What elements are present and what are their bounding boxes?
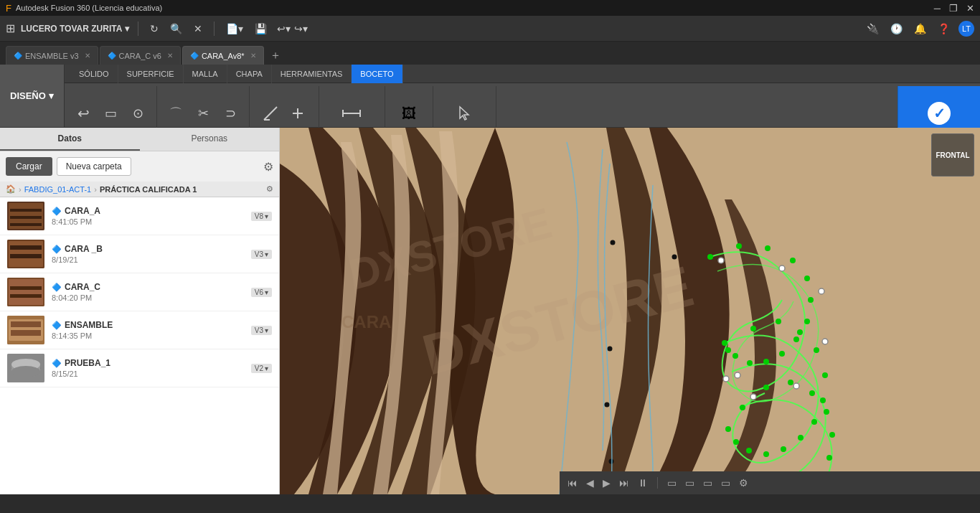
playback-start-button[interactable]: ⏮ bbox=[565, 476, 580, 490]
design-label: DISEÑO bbox=[10, 90, 46, 101]
file-item-cara-a[interactable]: 🔷 CARA_A 8:41:05 PM V8 ▾ bbox=[0, 197, 279, 235]
undo-button[interactable]: ↩▾ bbox=[275, 22, 292, 36]
svg-point-73 bbox=[750, 394, 756, 400]
close-button[interactable]: ✕ bbox=[966, 3, 974, 14]
user-menu[interactable]: LUCERO TOVAR ZURITA ▾ bbox=[21, 24, 129, 34]
cat-boceto-label: BOCETO bbox=[360, 70, 393, 78]
file-name-ensamble: 🔷 ENSAMBLE bbox=[52, 320, 244, 330]
svg-point-71 bbox=[822, 339, 828, 344]
tool-constraint1[interactable] bbox=[258, 96, 283, 131]
breadcrumb-fabdig[interactable]: FABDIG_01-ACT-1 bbox=[24, 185, 92, 194]
timeline-icon-4[interactable]: ▭ bbox=[719, 476, 732, 490]
tool-rect[interactable]: ▭ bbox=[98, 96, 123, 131]
tool-constraint2[interactable] bbox=[285, 96, 311, 131]
cat-chapa[interactable]: CHAPA bbox=[227, 65, 272, 83]
breadcrumb-home[interactable]: 🏠 bbox=[6, 184, 16, 194]
tool-measure[interactable] bbox=[337, 96, 366, 131]
save-button[interactable]: 💾 bbox=[252, 22, 270, 36]
file-thumb-ensamble bbox=[7, 316, 44, 344]
cat-solido[interactable]: SÓLIDO bbox=[70, 65, 118, 83]
timeline-icon-3[interactable]: ▭ bbox=[701, 476, 715, 490]
file-item-prueba-1[interactable]: 🔷 PRUEBA_1 8/15/21 V2 ▾ bbox=[0, 349, 279, 387]
svg-point-34 bbox=[765, 245, 771, 251]
svg-rect-18 bbox=[9, 279, 43, 305]
minimize-button[interactable]: ─ bbox=[934, 3, 941, 14]
tab-ensamble[interactable]: 🔷 ENSAMBLE v3 ✕ bbox=[6, 46, 98, 65]
user-account-button[interactable]: LT bbox=[958, 21, 974, 37]
component-icon-ensamble: 🔷 bbox=[52, 321, 62, 330]
tab-cara-c[interactable]: 🔷 CARA_C v6 ✕ bbox=[100, 46, 181, 65]
svg-point-74 bbox=[723, 376, 729, 382]
file-version-prueba-1[interactable]: V2 ▾ bbox=[251, 364, 272, 373]
svg-point-63 bbox=[824, 409, 829, 415]
file-version-cara-b[interactable]: V3 ▾ bbox=[251, 250, 272, 259]
cat-superficie[interactable]: SUPERFICIE bbox=[118, 65, 184, 83]
file-new-button[interactable]: 📄▾ bbox=[223, 22, 246, 36]
tool-scissors[interactable]: ✂ bbox=[190, 96, 216, 131]
bottombar: ⏮ ◀ ▶ ⏭ ⏸ ▭ ▭ ▭ ▭ ⚙ bbox=[560, 471, 980, 494]
file-item-cara-c[interactable]: 🔷 CARA_C 8:04:20 PM V6 ▾ bbox=[0, 273, 279, 311]
timeline-settings-icon[interactable]: ⚙ bbox=[737, 476, 750, 490]
tab-cara-c-icon: 🔷 bbox=[108, 52, 116, 60]
cat-boceto[interactable]: BOCETO bbox=[352, 65, 402, 83]
file-date-prueba-1: 8/15/21 bbox=[52, 370, 244, 378]
notifications-button[interactable]: 🔔 bbox=[911, 22, 929, 36]
redo-button[interactable]: ↪▾ bbox=[293, 22, 309, 36]
tab-cara-a-close[interactable]: ✕ bbox=[250, 52, 256, 60]
svg-point-68 bbox=[718, 258, 724, 263]
file-item-cara-b[interactable]: 🔷 CARA _B 8/19/21 V3 ▾ bbox=[0, 235, 279, 273]
viewport[interactable]: DXSTORE DXSTORE CARA FRONTAL ⏮ ◀ ▶ ⏭ ⏸ ▭… bbox=[280, 128, 980, 494]
clock-button[interactable]: 🕐 bbox=[887, 22, 905, 36]
playback-play-button[interactable]: ▶ bbox=[600, 476, 613, 490]
settings-icon[interactable]: ⚙ bbox=[263, 160, 273, 174]
playback-pause-button[interactable]: ⏸ bbox=[636, 476, 650, 490]
user-dropdown-icon: ▾ bbox=[125, 24, 129, 34]
breadcrumb-settings-icon[interactable]: ⚙ bbox=[266, 184, 273, 194]
tool-trim[interactable]: ⊃ bbox=[217, 96, 243, 131]
tab-cara-a[interactable]: 🔷 CARA_Av8* ✕ bbox=[182, 46, 264, 65]
tool-insert-img[interactable]: 🖼 bbox=[396, 96, 422, 131]
extensions-button[interactable]: 🔌 bbox=[864, 22, 882, 36]
close-nav-button[interactable]: ✕ bbox=[191, 22, 205, 36]
file-name-cara-c: 🔷 CARA_C bbox=[52, 282, 244, 292]
file-version-cara-a[interactable]: V8 ▾ bbox=[251, 212, 272, 221]
timeline-icon-2[interactable]: ▭ bbox=[683, 476, 697, 490]
prueba-thumbnail bbox=[7, 354, 44, 382]
bottom-separator-1 bbox=[657, 477, 658, 489]
playback-back-button[interactable]: ◀ bbox=[584, 476, 596, 490]
tool-circle[interactable]: ⊙ bbox=[125, 96, 151, 131]
tool-fillet[interactable]: ⌒ bbox=[163, 96, 189, 131]
playback-end-button[interactable]: ⏭ bbox=[617, 476, 631, 490]
new-folder-button[interactable]: Nueva carpeta bbox=[57, 157, 131, 176]
maximize-button[interactable]: ❐ bbox=[949, 3, 958, 14]
circle-icon: ⊙ bbox=[133, 105, 143, 121]
titlebar-controls: ─ ❐ ✕ bbox=[934, 3, 974, 14]
upload-button[interactable]: Cargar bbox=[6, 157, 52, 176]
file-version-ensamble[interactable]: V3 ▾ bbox=[251, 326, 272, 335]
new-tab-button[interactable]: ＋ bbox=[265, 48, 286, 63]
file-item-ensamble[interactable]: 🔷 ENSAMBLE 8:14:35 PM V3 ▾ bbox=[0, 311, 279, 349]
file-version-cara-c[interactable]: V6 ▾ bbox=[251, 288, 272, 297]
refresh-button[interactable]: ↻ bbox=[147, 22, 161, 36]
help-button[interactable]: ❓ bbox=[935, 22, 953, 36]
design-dropdown-button[interactable]: DISEÑO ▾ bbox=[0, 65, 65, 127]
constraint1-icon bbox=[263, 105, 278, 121]
tab-ensamble-close[interactable]: ✕ bbox=[85, 52, 90, 60]
tool-arc[interactable]: ↩ bbox=[70, 96, 96, 131]
cat-herramientas[interactable]: HERRAMIENTAS bbox=[272, 65, 352, 83]
sidebar-tab-personas[interactable]: Personas bbox=[140, 128, 280, 151]
tab-cara-c-close[interactable]: ✕ bbox=[167, 52, 173, 60]
timeline-icon-1[interactable]: ▭ bbox=[665, 476, 679, 490]
search-button[interactable]: 🔍 bbox=[167, 22, 185, 36]
orientation-cube[interactable]: FRONTAL bbox=[931, 133, 974, 177]
tool-select[interactable] bbox=[451, 96, 477, 131]
svg-point-37 bbox=[808, 297, 814, 303]
cat-malla[interactable]: MALLA bbox=[184, 65, 227, 83]
svg-point-40 bbox=[779, 351, 785, 357]
breadcrumb-current: PRÁCTICA CALIFICADA 1 bbox=[100, 185, 197, 194]
svg-point-45 bbox=[725, 347, 731, 353]
cat-solido-label: SÓLIDO bbox=[79, 70, 109, 78]
apps-grid-icon[interactable]: ⊞ bbox=[6, 22, 15, 35]
file-list: 🔷 CARA_A 8:41:05 PM V8 ▾ bbox=[0, 197, 279, 494]
sidebar-tab-datos[interactable]: Datos bbox=[0, 128, 140, 151]
